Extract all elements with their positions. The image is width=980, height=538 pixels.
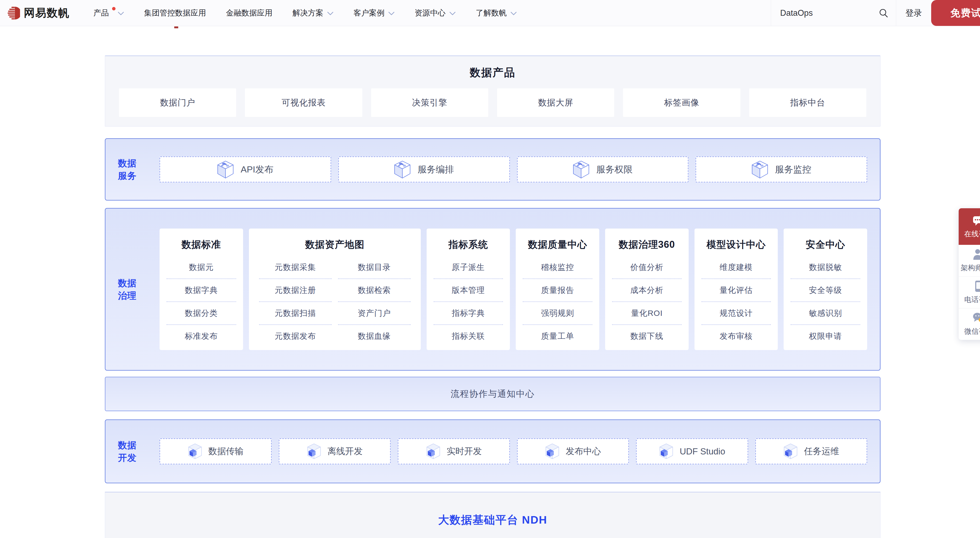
- column-item[interactable]: 规范设计: [702, 302, 771, 325]
- column-item[interactable]: 指标字典: [434, 302, 503, 325]
- column-item[interactable]: 元数据扫描: [259, 302, 332, 325]
- column-item[interactable]: 发布审核: [702, 325, 771, 347]
- wechat-consult-button[interactable]: 微信咨询: [959, 308, 980, 340]
- free-trial-button[interactable]: 免费试用: [931, 0, 980, 26]
- dev-card-label: 实时开发: [447, 445, 482, 457]
- dev-card-release-center[interactable]: 发布中心: [517, 438, 629, 464]
- product-card-visual-report[interactable]: 可视化报表: [245, 88, 362, 117]
- chat-bubble-icon: [972, 215, 980, 227]
- nav-item-customer-cases[interactable]: 客户案例: [353, 0, 395, 26]
- dev-card-udf-studio[interactable]: UDF Studio: [636, 438, 748, 464]
- dev-card-label: 发布中心: [566, 445, 601, 457]
- column-title[interactable]: 模型设计中心: [695, 228, 778, 251]
- column-item[interactable]: 元数据发布: [259, 325, 332, 347]
- section-side-label: 数据 服务: [105, 157, 159, 182]
- column-title[interactable]: 数据治理360: [605, 228, 689, 251]
- column-item[interactable]: 敏感识别: [791, 302, 860, 325]
- column-item[interactable]: 标准发布: [167, 325, 236, 347]
- dev-cube-icon: [545, 443, 560, 460]
- section-side-label: 数据 开发: [105, 439, 159, 464]
- development-cards-row: 数据传输 离线开发 实时开发 发布中心 UDF Studio 任务运维: [159, 438, 867, 464]
- nav-item-finance-data-apps[interactable]: 金融数据应用: [226, 0, 272, 26]
- column-item[interactable]: 数据分类: [167, 302, 236, 325]
- site-search[interactable]: DataOps: [771, 0, 896, 26]
- product-card-metric-platform[interactable]: 指标中台: [749, 88, 866, 117]
- nav-item-products[interactable]: 产品: [93, 0, 124, 26]
- top-navbar: 网易数帆 产品 集团管控数据应用 金融数据应用 解决方案 客户案例 资源中心 了…: [0, 0, 980, 26]
- service-card-orchestration[interactable]: 服务编排: [338, 156, 510, 182]
- column-item[interactable]: 数据目录: [338, 256, 410, 279]
- column-item[interactable]: 元数据注册: [259, 279, 332, 302]
- column-item[interactable]: 数据下线: [612, 325, 682, 347]
- nav-item-solutions[interactable]: 解决方案: [293, 0, 334, 26]
- floating-panel-body: 架构师咨询 电话咨询 微信咨询: [959, 245, 980, 340]
- brand-name: 网易数帆: [24, 6, 70, 20]
- column-item[interactable]: 安全等级: [791, 279, 860, 302]
- floating-item-label: 在线咨询: [964, 229, 980, 239]
- nav-item-group-data-apps[interactable]: 集团管控数据应用: [144, 0, 206, 26]
- column-item[interactable]: 量化评估: [702, 279, 771, 302]
- column-item[interactable]: 数据脱敏: [791, 256, 860, 279]
- column-item[interactable]: 数据字典: [167, 279, 236, 302]
- nav-item-about[interactable]: 了解数帆: [476, 0, 517, 26]
- column-item[interactable]: 元数据采集: [259, 256, 332, 279]
- online-consult-button[interactable]: 在线咨询: [959, 208, 980, 245]
- product-card-tag-profile[interactable]: 标签画像: [623, 88, 740, 117]
- asset-map-subcolumns: 元数据采集 元数据注册 元数据扫描 元数据发布 数据目录 数据检索 资产门户 数…: [249, 251, 421, 347]
- phone-consult-button[interactable]: 电话咨询: [959, 276, 980, 308]
- governance-column-security-center: 安全中心 数据脱敏 安全等级 敏感识别 权限申请: [784, 228, 867, 350]
- column-item[interactable]: 指标关联: [434, 325, 503, 347]
- column-title[interactable]: 安全中心: [784, 228, 867, 251]
- dev-card-data-transfer[interactable]: 数据传输: [159, 438, 272, 464]
- section-data-products: 数据产品 数据门户 可视化报表 决策引擎 数据大屏 标签画像 指标中台: [105, 56, 880, 126]
- search-input[interactable]: DataOps: [780, 8, 879, 18]
- dev-card-realtime-dev[interactable]: 实时开发: [398, 438, 510, 464]
- workflow-notification-bar: 流程协作与通知中心: [105, 377, 880, 411]
- service-card-permissions[interactable]: 服务权限: [517, 156, 689, 182]
- column-item[interactable]: 数据血缘: [338, 325, 410, 347]
- column-title[interactable]: 数据标准: [159, 228, 243, 251]
- nav-item-resource-center[interactable]: 资源中心: [415, 0, 456, 26]
- column-title[interactable]: 指标系统: [426, 228, 510, 251]
- search-icon[interactable]: [879, 8, 888, 18]
- column-items: 稽核监控 质量报告 强弱规则 质量工单: [523, 256, 592, 347]
- column-item[interactable]: 数据检索: [338, 279, 410, 302]
- chevron-down-icon: [327, 11, 334, 16]
- service-box-icon: [217, 160, 234, 179]
- column-items: 数据元 数据字典 数据分类 标准发布: [167, 256, 236, 347]
- column-item[interactable]: 强弱规则: [523, 302, 592, 325]
- dev-card-task-ops[interactable]: 任务运维: [755, 438, 867, 464]
- column-title[interactable]: 数据质量中心: [516, 228, 599, 251]
- product-card-data-portal[interactable]: 数据门户: [119, 88, 236, 117]
- product-card-data-screen[interactable]: 数据大屏: [497, 88, 614, 117]
- column-item[interactable]: 权限申请: [791, 325, 860, 347]
- architect-consult-button[interactable]: 架构师咨询: [959, 245, 980, 276]
- column-item[interactable]: 数据元: [167, 256, 236, 279]
- nav-item-label: 资源中心: [415, 8, 445, 18]
- column-item[interactable]: 成本分析: [612, 279, 682, 302]
- column-item[interactable]: 价值分析: [612, 256, 682, 279]
- nav-item-label: 集团管控数据应用: [144, 8, 206, 18]
- chevron-down-icon: [388, 11, 395, 16]
- service-card-api-publish[interactable]: API发布: [159, 156, 331, 182]
- column-title[interactable]: 数据资产地图: [249, 228, 421, 251]
- nav-menu: 产品 集团管控数据应用 金融数据应用 解决方案 客户案例 资源中心 了解数帆: [93, 0, 517, 26]
- column-item[interactable]: 版本管理: [434, 279, 503, 302]
- service-card-monitoring[interactable]: 服务监控: [695, 156, 867, 182]
- dev-card-offline-dev[interactable]: 离线开发: [279, 438, 391, 464]
- section-side-label: 数据 治理: [105, 277, 159, 302]
- column-items: 数据脱敏 安全等级 敏感识别 权限申请: [791, 256, 860, 347]
- column-item[interactable]: 资产门户: [338, 302, 410, 325]
- platform-title[interactable]: 大数据基础平台 NDH: [438, 512, 547, 527]
- column-item[interactable]: 维度建模: [702, 256, 771, 279]
- column-item[interactable]: 稽核监控: [523, 256, 592, 279]
- column-item[interactable]: 量化ROI: [612, 302, 682, 325]
- product-card-decision-engine[interactable]: 决策引擎: [371, 88, 488, 117]
- login-button[interactable]: 登录: [896, 8, 931, 19]
- governance-columns: 数据标准 数据元 数据字典 数据分类 标准发布 数据资产地图 元数据采集 元数据…: [159, 228, 867, 350]
- column-item[interactable]: 质量工单: [523, 325, 592, 347]
- column-item[interactable]: 质量报告: [523, 279, 592, 302]
- side-label-line: 数据: [118, 157, 159, 169]
- column-item[interactable]: 原子派生: [434, 256, 503, 279]
- brand-logo[interactable]: 网易数帆: [7, 6, 70, 21]
